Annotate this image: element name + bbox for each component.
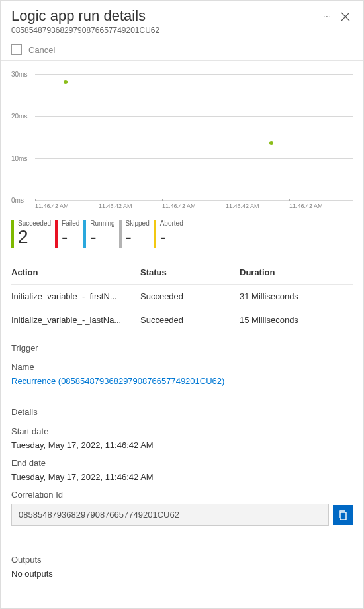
status-bar (154, 220, 156, 248)
outputs-value: No outputs (11, 569, 353, 579)
run-details-panel: Logic app run details 085854879368297908… (0, 0, 364, 609)
col-header-duration: Duration (240, 267, 353, 277)
cell-action: Initialize_variable_-_firstN... (11, 291, 140, 301)
table-row[interactable]: Initialize_variable_-_firstN... Succeede… (11, 285, 353, 308)
table-row[interactable]: Initialize_variable_-_lastNa... Succeede… (11, 308, 353, 332)
chart-point (64, 80, 68, 84)
cell-duration: 15 Milliseconds (240, 315, 353, 325)
status-count: - (62, 227, 79, 248)
close-button[interactable] (338, 7, 353, 26)
close-icon (341, 12, 350, 21)
trigger-heading: Trigger (11, 343, 353, 353)
chart-gridline (35, 116, 353, 117)
start-date-value: Tuesday, May 17, 2022, 11:46:42 AM (11, 440, 353, 450)
chart-x-label: 11:46:42 AM (99, 203, 162, 209)
status-item: Skipped - (119, 220, 150, 248)
chart-y-label: 0ms (11, 197, 24, 204)
cell-status: Succeeded (140, 291, 240, 301)
chart-gridline (35, 200, 353, 201)
copy-button[interactable] (333, 505, 353, 525)
outputs-heading: Outputs (11, 555, 353, 565)
status-count: - (160, 227, 183, 248)
status-bar (55, 220, 58, 248)
start-date-label: Start date (11, 426, 353, 436)
chart-y-label: 20ms (11, 113, 27, 120)
panel-header: Logic app run details 085854879368297908… (1, 1, 363, 40)
svg-rect-0 (340, 512, 346, 520)
details-section: Details Start date Tuesday, May 17, 2022… (1, 397, 363, 536)
chart-x-label: 11:46:42 AM (162, 203, 226, 209)
status-summary: Succeeded 2 Failed - Running - Skipped -… (1, 214, 363, 261)
chart-x-label: 11:46:42 AM (226, 203, 289, 209)
more-icon[interactable]: ··· (323, 11, 332, 21)
cancel-checkbox[interactable] (11, 44, 22, 55)
chart-y-label: 10ms (11, 154, 27, 162)
status-bar (83, 220, 86, 248)
details-heading: Details (11, 407, 353, 417)
outputs-section: Outputs No outputs (1, 536, 363, 596)
cell-duration: 31 Milliseconds (240, 291, 353, 301)
copy-icon (338, 510, 348, 520)
end-date-value: Tuesday, May 17, 2022, 11:46:42 AM (11, 472, 353, 482)
status-item: Running - (83, 220, 114, 248)
chart-x-label: 11:46:42 AM (289, 203, 353, 209)
scroll-content[interactable]: 30ms20ms10ms0ms 11:46:42 AM11:46:42 AM11… (1, 61, 363, 608)
chart-gridline (35, 74, 353, 75)
chart-x-label: 11:46:42 AM (35, 203, 99, 209)
chart-gridline (35, 158, 353, 159)
end-date-label: End date (11, 458, 353, 468)
status-item: Succeeded 2 (11, 220, 51, 248)
trigger-link[interactable]: Recurrence (0858548793682979087665774920… (11, 376, 353, 386)
status-item: Aborted - (154, 220, 183, 248)
status-item: Failed - (55, 220, 79, 248)
col-header-action: Action (11, 267, 140, 277)
status-bar (119, 220, 122, 248)
status-bar (11, 220, 14, 248)
timeline-chart: 30ms20ms10ms0ms 11:46:42 AM11:46:42 AM11… (1, 61, 363, 214)
actions-table: Action Status Duration Initialize_variab… (1, 261, 363, 332)
chart-y-label: 30ms (11, 71, 27, 78)
cancel-label: Cancel (28, 45, 55, 55)
correlation-id-label: Correlation Id (11, 490, 353, 500)
chart-point (269, 141, 273, 145)
cell-status: Succeeded (140, 315, 240, 325)
col-header-status: Status (140, 267, 240, 277)
cell-action: Initialize_variable_-_lastNa... (11, 315, 140, 325)
run-id: 08585487936829790876657749201CU62 (11, 26, 318, 35)
trigger-section: Trigger Name Recurrence (085854879368297… (1, 332, 363, 397)
status-count: 2 (18, 227, 51, 248)
toolbar: Cancel (1, 40, 363, 61)
status-count: - (126, 227, 150, 248)
trigger-name-label: Name (11, 362, 353, 372)
status-count: - (90, 227, 114, 248)
panel-title: Logic app run details (11, 7, 318, 24)
correlation-id-field[interactable] (11, 504, 329, 526)
